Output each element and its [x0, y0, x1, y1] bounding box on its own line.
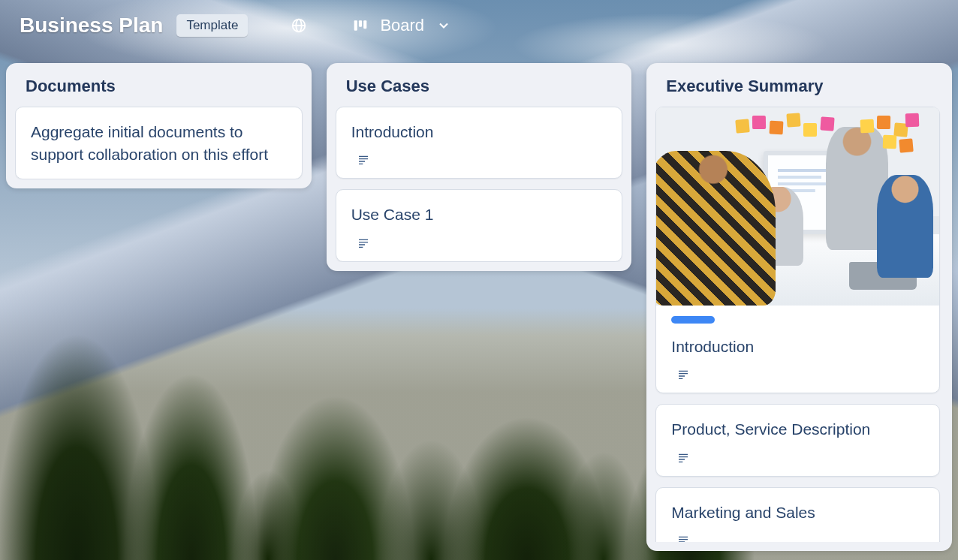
label-pill [671, 316, 715, 324]
globe-icon[interactable] [288, 15, 309, 36]
card-title: Marketing and Sales [671, 501, 924, 524]
view-label: Board [380, 16, 424, 35]
card-list: Aggregate initial documents to support c… [15, 107, 303, 179]
card[interactable]: Introduction [655, 107, 940, 393]
description-icon [356, 154, 607, 166]
card[interactable]: Marketing and Sales [655, 487, 940, 542]
column-title[interactable]: Documents [15, 77, 303, 107]
chevron-down-icon [433, 15, 454, 36]
description-icon [676, 534, 924, 542]
column-documents: Documents Aggregate initial documents to… [6, 63, 312, 188]
column-title[interactable]: Executive Summary [655, 77, 943, 107]
card-title: Use Case 1 [351, 203, 607, 226]
card-list[interactable]: Introduction Product, Service Descriptio… [655, 107, 943, 542]
header-bar: Business Plan Template Board [0, 0, 958, 51]
card-title: Introduction [671, 336, 924, 358]
svg-rect-3 [359, 20, 362, 26]
card[interactable]: Introduction [336, 107, 623, 179]
column-use-cases: Use Cases Introduction Use Case 1 [327, 63, 632, 271]
description-icon [356, 237, 607, 249]
page-title: Business Plan [20, 14, 163, 38]
board-columns-icon [350, 15, 371, 36]
card-title: Product, Service Description [671, 418, 924, 441]
description-icon [676, 369, 924, 381]
svg-rect-2 [354, 20, 357, 30]
card[interactable]: Aggregate initial documents to support c… [15, 107, 303, 179]
description-icon [676, 452, 924, 464]
template-badge[interactable]: Template [176, 14, 248, 37]
card-title: Aggregate initial documents to support c… [31, 121, 287, 167]
card[interactable]: Use Case 1 [336, 189, 623, 261]
svg-rect-4 [364, 20, 367, 29]
column-executive-summary: Executive Summary Introduction [646, 63, 952, 551]
card-list: Introduction Use Case 1 [336, 107, 623, 262]
column-title[interactable]: Use Cases [336, 77, 623, 107]
card-cover-image [656, 107, 939, 306]
board-canvas: Documents Aggregate initial documents to… [0, 51, 958, 560]
card-title: Introduction [351, 121, 607, 143]
view-switcher[interactable]: Board [350, 15, 454, 36]
card[interactable]: Product, Service Description [655, 404, 940, 476]
